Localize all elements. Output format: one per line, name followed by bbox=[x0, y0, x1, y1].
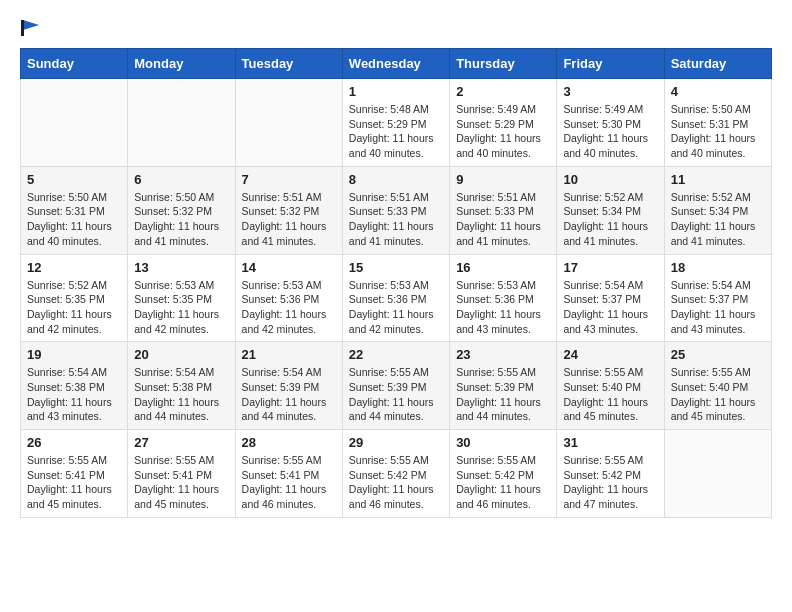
day-info: Sunrise: 5:51 AM Sunset: 5:33 PM Dayligh… bbox=[456, 190, 550, 249]
day-number: 10 bbox=[563, 172, 657, 187]
day-info: Sunrise: 5:51 AM Sunset: 5:32 PM Dayligh… bbox=[242, 190, 336, 249]
calendar-cell: 10Sunrise: 5:52 AM Sunset: 5:34 PM Dayli… bbox=[557, 166, 664, 254]
calendar-cell: 26Sunrise: 5:55 AM Sunset: 5:41 PM Dayli… bbox=[21, 430, 128, 518]
calendar-cell: 8Sunrise: 5:51 AM Sunset: 5:33 PM Daylig… bbox=[342, 166, 449, 254]
calendar-cell bbox=[128, 79, 235, 167]
logo bbox=[20, 20, 40, 32]
calendar-cell: 2Sunrise: 5:49 AM Sunset: 5:29 PM Daylig… bbox=[450, 79, 557, 167]
day-info: Sunrise: 5:53 AM Sunset: 5:36 PM Dayligh… bbox=[349, 278, 443, 337]
weekday-header-tuesday: Tuesday bbox=[235, 49, 342, 79]
calendar-cell bbox=[21, 79, 128, 167]
day-info: Sunrise: 5:55 AM Sunset: 5:40 PM Dayligh… bbox=[671, 365, 765, 424]
day-info: Sunrise: 5:54 AM Sunset: 5:39 PM Dayligh… bbox=[242, 365, 336, 424]
logo-flag-icon bbox=[21, 20, 39, 36]
day-number: 24 bbox=[563, 347, 657, 362]
day-number: 4 bbox=[671, 84, 765, 99]
day-number: 28 bbox=[242, 435, 336, 450]
day-info: Sunrise: 5:55 AM Sunset: 5:41 PM Dayligh… bbox=[134, 453, 228, 512]
day-info: Sunrise: 5:52 AM Sunset: 5:35 PM Dayligh… bbox=[27, 278, 121, 337]
calendar-header: SundayMondayTuesdayWednesdayThursdayFrid… bbox=[21, 49, 772, 79]
svg-rect-1 bbox=[21, 20, 24, 36]
week-row-5: 26Sunrise: 5:55 AM Sunset: 5:41 PM Dayli… bbox=[21, 430, 772, 518]
calendar-cell: 18Sunrise: 5:54 AM Sunset: 5:37 PM Dayli… bbox=[664, 254, 771, 342]
calendar-cell: 5Sunrise: 5:50 AM Sunset: 5:31 PM Daylig… bbox=[21, 166, 128, 254]
day-info: Sunrise: 5:49 AM Sunset: 5:30 PM Dayligh… bbox=[563, 102, 657, 161]
calendar-cell: 9Sunrise: 5:51 AM Sunset: 5:33 PM Daylig… bbox=[450, 166, 557, 254]
day-number: 5 bbox=[27, 172, 121, 187]
day-number: 11 bbox=[671, 172, 765, 187]
day-info: Sunrise: 5:55 AM Sunset: 5:41 PM Dayligh… bbox=[27, 453, 121, 512]
day-info: Sunrise: 5:48 AM Sunset: 5:29 PM Dayligh… bbox=[349, 102, 443, 161]
page-header bbox=[20, 20, 772, 32]
calendar-cell: 14Sunrise: 5:53 AM Sunset: 5:36 PM Dayli… bbox=[235, 254, 342, 342]
week-row-3: 12Sunrise: 5:52 AM Sunset: 5:35 PM Dayli… bbox=[21, 254, 772, 342]
calendar-cell: 7Sunrise: 5:51 AM Sunset: 5:32 PM Daylig… bbox=[235, 166, 342, 254]
weekday-row: SundayMondayTuesdayWednesdayThursdayFrid… bbox=[21, 49, 772, 79]
day-number: 2 bbox=[456, 84, 550, 99]
calendar-cell: 24Sunrise: 5:55 AM Sunset: 5:40 PM Dayli… bbox=[557, 342, 664, 430]
day-info: Sunrise: 5:55 AM Sunset: 5:40 PM Dayligh… bbox=[563, 365, 657, 424]
calendar-cell: 12Sunrise: 5:52 AM Sunset: 5:35 PM Dayli… bbox=[21, 254, 128, 342]
day-info: Sunrise: 5:52 AM Sunset: 5:34 PM Dayligh… bbox=[671, 190, 765, 249]
day-info: Sunrise: 5:55 AM Sunset: 5:39 PM Dayligh… bbox=[349, 365, 443, 424]
day-number: 16 bbox=[456, 260, 550, 275]
day-number: 1 bbox=[349, 84, 443, 99]
calendar-cell: 15Sunrise: 5:53 AM Sunset: 5:36 PM Dayli… bbox=[342, 254, 449, 342]
weekday-header-thursday: Thursday bbox=[450, 49, 557, 79]
day-info: Sunrise: 5:54 AM Sunset: 5:37 PM Dayligh… bbox=[671, 278, 765, 337]
logo-text bbox=[20, 20, 40, 36]
day-number: 12 bbox=[27, 260, 121, 275]
calendar-cell: 27Sunrise: 5:55 AM Sunset: 5:41 PM Dayli… bbox=[128, 430, 235, 518]
day-number: 31 bbox=[563, 435, 657, 450]
day-number: 6 bbox=[134, 172, 228, 187]
day-number: 23 bbox=[456, 347, 550, 362]
day-info: Sunrise: 5:54 AM Sunset: 5:37 PM Dayligh… bbox=[563, 278, 657, 337]
calendar-cell: 20Sunrise: 5:54 AM Sunset: 5:38 PM Dayli… bbox=[128, 342, 235, 430]
calendar-body: 1Sunrise: 5:48 AM Sunset: 5:29 PM Daylig… bbox=[21, 79, 772, 518]
day-info: Sunrise: 5:50 AM Sunset: 5:31 PM Dayligh… bbox=[27, 190, 121, 249]
day-number: 9 bbox=[456, 172, 550, 187]
day-info: Sunrise: 5:55 AM Sunset: 5:42 PM Dayligh… bbox=[563, 453, 657, 512]
day-info: Sunrise: 5:50 AM Sunset: 5:32 PM Dayligh… bbox=[134, 190, 228, 249]
calendar-cell: 19Sunrise: 5:54 AM Sunset: 5:38 PM Dayli… bbox=[21, 342, 128, 430]
week-row-2: 5Sunrise: 5:50 AM Sunset: 5:31 PM Daylig… bbox=[21, 166, 772, 254]
day-number: 30 bbox=[456, 435, 550, 450]
day-info: Sunrise: 5:51 AM Sunset: 5:33 PM Dayligh… bbox=[349, 190, 443, 249]
day-number: 21 bbox=[242, 347, 336, 362]
calendar-cell: 21Sunrise: 5:54 AM Sunset: 5:39 PM Dayli… bbox=[235, 342, 342, 430]
day-info: Sunrise: 5:53 AM Sunset: 5:36 PM Dayligh… bbox=[456, 278, 550, 337]
day-number: 20 bbox=[134, 347, 228, 362]
day-info: Sunrise: 5:54 AM Sunset: 5:38 PM Dayligh… bbox=[134, 365, 228, 424]
calendar-cell: 11Sunrise: 5:52 AM Sunset: 5:34 PM Dayli… bbox=[664, 166, 771, 254]
day-info: Sunrise: 5:49 AM Sunset: 5:29 PM Dayligh… bbox=[456, 102, 550, 161]
day-number: 3 bbox=[563, 84, 657, 99]
weekday-header-wednesday: Wednesday bbox=[342, 49, 449, 79]
day-number: 15 bbox=[349, 260, 443, 275]
day-info: Sunrise: 5:55 AM Sunset: 5:42 PM Dayligh… bbox=[456, 453, 550, 512]
calendar-cell: 17Sunrise: 5:54 AM Sunset: 5:37 PM Dayli… bbox=[557, 254, 664, 342]
day-number: 26 bbox=[27, 435, 121, 450]
day-info: Sunrise: 5:50 AM Sunset: 5:31 PM Dayligh… bbox=[671, 102, 765, 161]
day-info: Sunrise: 5:53 AM Sunset: 5:36 PM Dayligh… bbox=[242, 278, 336, 337]
calendar-cell: 31Sunrise: 5:55 AM Sunset: 5:42 PM Dayli… bbox=[557, 430, 664, 518]
calendar-cell: 29Sunrise: 5:55 AM Sunset: 5:42 PM Dayli… bbox=[342, 430, 449, 518]
calendar-cell: 25Sunrise: 5:55 AM Sunset: 5:40 PM Dayli… bbox=[664, 342, 771, 430]
day-number: 17 bbox=[563, 260, 657, 275]
weekday-header-monday: Monday bbox=[128, 49, 235, 79]
calendar-cell: 28Sunrise: 5:55 AM Sunset: 5:41 PM Dayli… bbox=[235, 430, 342, 518]
calendar-cell: 1Sunrise: 5:48 AM Sunset: 5:29 PM Daylig… bbox=[342, 79, 449, 167]
day-number: 18 bbox=[671, 260, 765, 275]
day-info: Sunrise: 5:55 AM Sunset: 5:41 PM Dayligh… bbox=[242, 453, 336, 512]
svg-marker-0 bbox=[23, 20, 39, 30]
calendar-cell: 16Sunrise: 5:53 AM Sunset: 5:36 PM Dayli… bbox=[450, 254, 557, 342]
day-info: Sunrise: 5:54 AM Sunset: 5:38 PM Dayligh… bbox=[27, 365, 121, 424]
calendar-cell: 23Sunrise: 5:55 AM Sunset: 5:39 PM Dayli… bbox=[450, 342, 557, 430]
day-info: Sunrise: 5:52 AM Sunset: 5:34 PM Dayligh… bbox=[563, 190, 657, 249]
calendar-cell: 6Sunrise: 5:50 AM Sunset: 5:32 PM Daylig… bbox=[128, 166, 235, 254]
calendar-cell: 30Sunrise: 5:55 AM Sunset: 5:42 PM Dayli… bbox=[450, 430, 557, 518]
calendar-table: SundayMondayTuesdayWednesdayThursdayFrid… bbox=[20, 48, 772, 518]
day-number: 8 bbox=[349, 172, 443, 187]
calendar-cell bbox=[664, 430, 771, 518]
day-number: 14 bbox=[242, 260, 336, 275]
weekday-header-saturday: Saturday bbox=[664, 49, 771, 79]
